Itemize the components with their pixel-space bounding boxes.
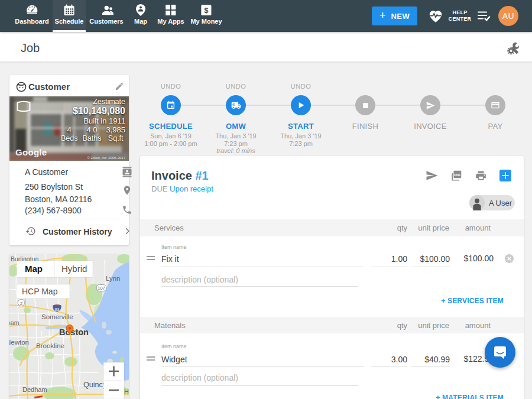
- svg-text:Hi: Hi: [124, 388, 129, 395]
- svg-text:Newton: Newton: [9, 339, 29, 346]
- svg-text:ham: ham: [9, 319, 20, 326]
- svg-text:2: 2: [20, 301, 22, 306]
- svg-text:93: 93: [55, 307, 60, 312]
- svg-text:Dedham: Dedham: [22, 386, 47, 393]
- svg-text:Map: Map: [25, 264, 43, 274]
- svg-text:Boston: Boston: [59, 327, 89, 337]
- svg-text:$: $: [205, 7, 209, 15]
- svg-text:Brookline: Brookline: [36, 342, 64, 349]
- svg-text:PDF: PDF: [454, 173, 461, 177]
- svg-text:HCP Map: HCP Map: [22, 287, 58, 296]
- svg-text:Hybrid: Hybrid: [61, 264, 87, 274]
- svg-text:Lynn: Lynn: [106, 275, 121, 282]
- svg-text:107: 107: [98, 286, 105, 291]
- svg-text:Somerville: Somerville: [41, 313, 73, 320]
